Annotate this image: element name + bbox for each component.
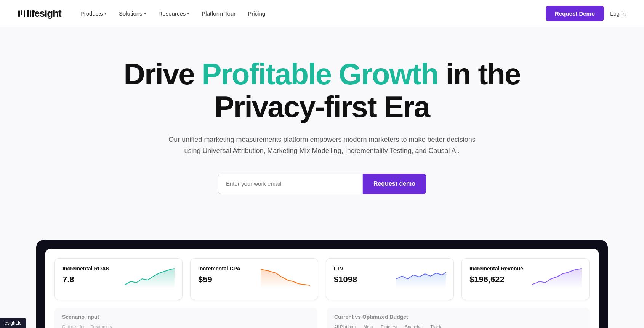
navbar: lifesight Products ▾ Solutions ▾ Resourc… [0, 0, 644, 27]
nav-left: lifesight Products ▾ Solutions ▾ Resourc… [18, 7, 271, 20]
chevron-down-icon: ▾ [104, 11, 107, 16]
metric-card-revenue: Incremental Revenue $196,622 [461, 258, 590, 300]
logo[interactable]: lifesight [18, 8, 61, 19]
site-tab-bar: esight.io [0, 318, 26, 328]
login-button[interactable]: Log in [610, 10, 626, 17]
nav-products[interactable]: Products ▾ [75, 7, 112, 20]
hero-cta: Request demo [218, 174, 426, 194]
nav-products-label: Products [80, 10, 103, 17]
logo-icon [18, 10, 25, 17]
metric-label-revenue: Incremental Revenue [469, 265, 523, 272]
nav-links: Products ▾ Solutions ▾ Resources ▾ Platf… [75, 7, 271, 20]
scenario-row: Optimize for Treatments [62, 325, 310, 328]
hero-subtitle: Our unified marketing measurements platf… [166, 134, 478, 157]
budget-col-2: Pinterest 10% +3.97 [381, 325, 397, 328]
metric-value-revenue: $196,622 [469, 275, 523, 285]
hero-title: Drive Profitable Growth in the Privacy-f… [74, 58, 570, 124]
metric-card-ltv: LTV $1098 [326, 258, 454, 300]
metric-label-roas: Incremental ROAS [62, 265, 109, 272]
hero-title-accent: Profitable Growth [202, 57, 438, 91]
budget-platform-2: Pinterest [381, 325, 397, 328]
chevron-down-icon: ▾ [144, 11, 146, 16]
dashboard-preview: Incremental ROAS 7.8 [36, 240, 608, 328]
nav-resources-label: Resources [159, 10, 186, 17]
cpa-chart [261, 265, 310, 288]
budget-col-0: All Platform 7% +0.20 [334, 325, 356, 328]
metrics-row: Incremental ROAS 7.8 [54, 258, 590, 300]
metric-left-revenue: Incremental Revenue $196,622 [469, 265, 523, 285]
chevron-down-icon: ▾ [187, 11, 189, 16]
metric-card-roas: Incremental ROAS 7.8 [54, 258, 183, 300]
metric-label-ltv: LTV [334, 265, 357, 272]
nav-platform-tour-label: Platform Tour [202, 10, 235, 17]
scenario-optimize-label: Optimize for [62, 325, 85, 328]
budget-col-1: Meta 11% +4.37 [363, 325, 373, 328]
budget-col-4: Tiktok 6% +0.95 [430, 325, 441, 328]
metric-value-roas: 7.8 [62, 275, 109, 285]
request-demo-cta-button[interactable]: Request demo [363, 174, 426, 194]
logo-text: lifesight [27, 8, 61, 19]
hero-title-before: Drive [124, 57, 202, 91]
budget-platform-4: Tiktok [430, 325, 441, 328]
hero-section: Drive Profitable Growth in the Privacy-f… [0, 27, 644, 194]
metric-card-cpa: Incremental CPA $59 [190, 258, 318, 300]
roas-chart [125, 265, 175, 288]
metric-left-ltv: LTV $1098 [334, 265, 357, 285]
budget-panel: Current vs Optimized Budget All Platform… [327, 308, 590, 328]
nav-solutions[interactable]: Solutions ▾ [114, 7, 152, 20]
scenario-panel: Scenario Input Optimize for Treatments 1… [54, 308, 317, 328]
email-input[interactable] [218, 174, 363, 194]
request-demo-button[interactable]: Request Demo [546, 6, 604, 21]
nav-solutions-label: Solutions [119, 10, 143, 17]
site-tab-label: esight.io [5, 320, 22, 326]
metric-label-cpa: Incremental CPA [198, 265, 240, 272]
nav-right: Request Demo Log in [546, 6, 626, 21]
budget-panel-title: Current vs Optimized Budget [334, 314, 582, 320]
dashboard-inner: Incremental ROAS 7.8 [45, 249, 599, 328]
budget-platform-3: Snapchat [405, 325, 423, 328]
ltv-chart [396, 265, 446, 288]
nav-pricing-label: Pricing [248, 10, 265, 17]
dashboard-lower: Scenario Input Optimize for Treatments 1… [54, 308, 590, 328]
metric-left-cpa: Incremental CPA $59 [198, 265, 240, 285]
budget-platform-1: Meta [364, 325, 373, 328]
nav-resources[interactable]: Resources ▾ [153, 7, 195, 20]
metric-left-roas: Incremental ROAS 7.8 [62, 265, 109, 285]
nav-pricing[interactable]: Pricing [242, 7, 271, 20]
nav-platform-tour[interactable]: Platform Tour [196, 7, 241, 20]
revenue-chart [532, 265, 582, 288]
budget-platform-0: All Platform [334, 325, 356, 328]
budget-col-3: Snapchat 12% +3.95 [405, 325, 423, 328]
scenario-panel-title: Scenario Input [62, 314, 310, 320]
metric-value-cpa: $59 [198, 275, 240, 285]
scenario-treatments-field: Treatments [91, 325, 112, 328]
metric-value-ltv: $1098 [334, 275, 357, 285]
scenario-treatments-label: Treatments [91, 325, 112, 328]
budget-cols: All Platform 7% +0.20 Meta 11% +4.37 Pin… [334, 325, 582, 328]
scenario-optimize-field: Optimize for [62, 325, 85, 328]
